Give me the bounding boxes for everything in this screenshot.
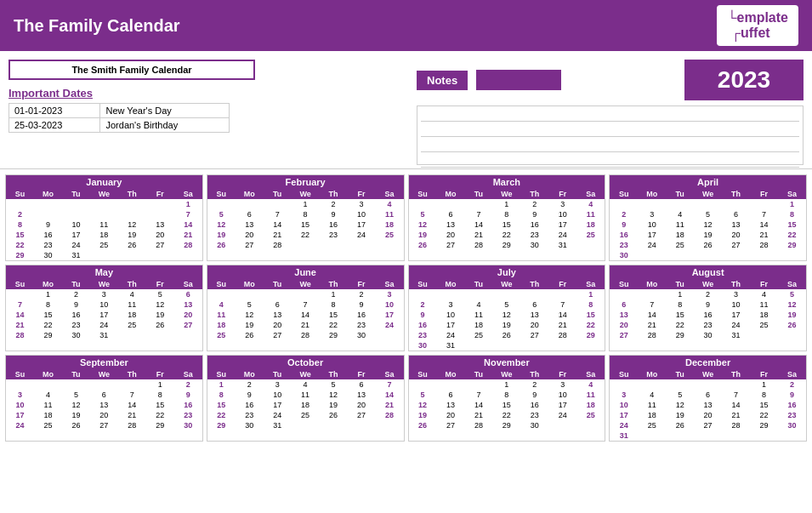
day-cell[interactable]: 23 [320,230,348,240]
day-cell[interactable]: 1 [292,199,320,209]
day-cell[interactable]: 24 [610,420,638,430]
day-cell[interactable]: 24 [348,230,376,240]
day-cell[interactable]: 2 [409,299,437,310]
day-cell[interactable]: 22 [34,320,62,330]
day-cell[interactable]: 20 [236,230,264,240]
day-cell[interactable]: 8 [666,299,694,310]
day-cell[interactable]: 3 [548,379,576,390]
day-cell[interactable]: 4 [292,379,320,390]
day-cell[interactable]: 27 [436,240,464,250]
day-cell[interactable]: 25 [292,410,320,420]
day-cell[interactable]: 8 [207,390,236,400]
day-cell[interactable]: 27 [264,330,292,340]
day-cell[interactable]: 3 [90,289,118,299]
day-cell[interactable]: 23 [174,410,202,420]
day-cell[interactable]: 17 [62,230,90,240]
day-cell[interactable]: 26 [118,240,146,250]
day-cell[interactable]: 24 [90,320,118,330]
day-cell[interactable]: 5 [409,390,437,400]
day-cell[interactable]: 11 [90,219,118,230]
day-cell[interactable]: 19 [666,410,694,420]
day-cell[interactable]: 12 [62,400,90,410]
day-cell[interactable]: 26 [778,320,806,330]
day-cell[interactable]: 26 [694,240,722,250]
day-cell[interactable]: 24 [722,320,750,330]
day-cell[interactable]: 20 [722,230,750,240]
day-cell[interactable]: 11 [292,390,320,400]
day-cell[interactable]: 31 [548,240,576,250]
day-cell[interactable]: 28 [722,420,750,430]
day-cell[interactable]: 13 [436,400,464,410]
day-cell[interactable]: 29 [320,330,348,340]
day-cell[interactable]: 20 [174,310,202,320]
day-cell[interactable]: 12 [666,400,694,410]
day-cell[interactable]: 16 [348,310,376,320]
day-cell[interactable]: 8 [492,390,520,400]
day-cell[interactable]: 13 [610,310,638,320]
day-cell[interactable]: 25 [638,420,666,430]
day-cell[interactable]: 26 [409,240,437,250]
day-cell[interactable]: 2 [520,199,548,209]
day-cell[interactable]: 8 [146,390,174,400]
day-cell[interactable]: 22 [320,320,348,330]
day-cell[interactable]: 27 [722,240,750,250]
day-cell[interactable]: 1 [576,289,605,299]
day-cell[interactable]: 29 [750,420,778,430]
day-cell[interactable]: 20 [264,320,292,330]
day-cell[interactable]: 10 [6,400,34,410]
day-cell[interactable]: 27 [174,320,202,330]
day-cell[interactable]: 2 [62,289,90,299]
day-cell[interactable]: 11 [118,299,146,310]
day-cell[interactable]: 9 [520,390,548,400]
day-cell[interactable]: 10 [638,219,666,230]
day-cell[interactable]: 14 [118,400,146,410]
day-cell[interactable]: 28 [118,420,146,430]
day-cell[interactable]: 19 [146,310,174,320]
day-cell[interactable]: 14 [722,400,750,410]
day-cell[interactable]: 18 [118,310,146,320]
day-cell[interactable]: 15 [146,400,174,410]
day-cell[interactable]: 4 [118,289,146,299]
day-cell[interactable]: 15 [292,219,320,230]
day-cell[interactable]: 15 [666,310,694,320]
day-cell[interactable]: 6 [90,390,118,400]
day-cell[interactable]: 18 [666,230,694,240]
day-cell[interactable]: 21 [375,400,403,410]
day-cell[interactable]: 10 [62,219,90,230]
day-cell[interactable]: 6 [264,299,292,310]
day-cell[interactable]: 21 [292,320,320,330]
day-cell[interactable]: 30 [520,240,548,250]
day-cell[interactable]: 14 [174,219,202,230]
day-cell[interactable]: 28 [464,420,492,430]
day-cell[interactable]: 8 [34,299,62,310]
day-cell[interactable]: 27 [90,420,118,430]
day-cell[interactable]: 29 [6,250,34,260]
day-cell[interactable]: 11 [576,390,605,400]
day-cell[interactable]: 10 [375,299,403,310]
day-cell[interactable]: 18 [90,230,118,240]
day-cell[interactable]: 1 [492,379,520,390]
day-cell[interactable]: 22 [207,410,236,420]
day-cell[interactable]: 10 [610,400,638,410]
day-cell[interactable]: 28 [548,330,576,340]
day-cell[interactable]: 19 [778,310,806,320]
day-cell[interactable]: 20 [436,410,464,420]
day-cell[interactable]: 26 [236,330,264,340]
day-cell[interactable]: 2 [320,199,348,209]
day-cell[interactable]: 21 [6,320,34,330]
day-cell[interactable]: 27 [236,240,264,250]
day-cell[interactable]: 13 [174,299,202,310]
day-cell[interactable]: 17 [375,310,403,320]
day-cell[interactable]: 15 [34,310,62,320]
day-cell[interactable]: 25 [464,330,492,340]
day-cell[interactable]: 18 [576,219,605,230]
day-cell[interactable]: 2 [610,209,638,219]
day-cell[interactable]: 12 [146,299,174,310]
day-cell[interactable]: 20 [146,230,174,240]
day-cell[interactable]: 23 [34,240,62,250]
day-cell[interactable]: 13 [236,219,264,230]
day-cell[interactable]: 11 [34,400,62,410]
day-cell[interactable]: 18 [750,310,778,320]
day-cell[interactable]: 10 [548,209,576,219]
day-cell[interactable]: 29 [207,420,236,430]
